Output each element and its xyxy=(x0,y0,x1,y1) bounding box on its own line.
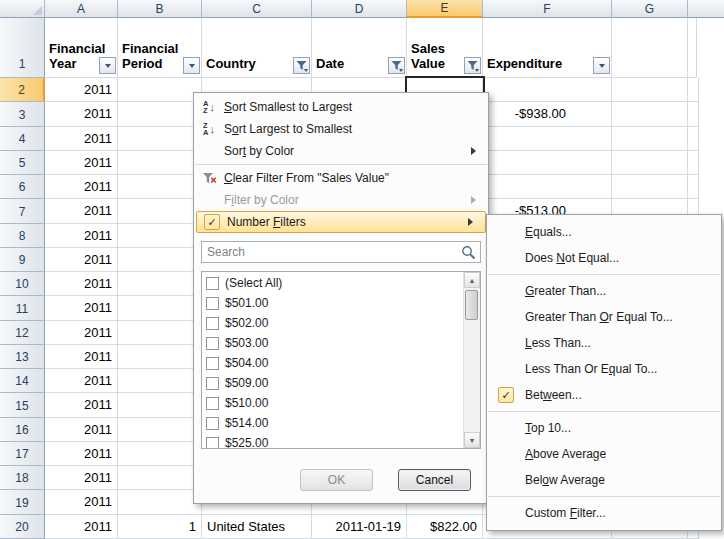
row-header[interactable]: 19 xyxy=(0,490,45,514)
filter-value-item[interactable]: $514.00 xyxy=(202,413,463,433)
row-header[interactable]: 3 xyxy=(0,102,45,126)
cell[interactable] xyxy=(118,199,202,223)
submenu-item-between[interactable]: ✓Between... xyxy=(487,382,721,408)
cell[interactable] xyxy=(118,248,202,272)
checkbox[interactable] xyxy=(206,317,219,330)
row-header-1[interactable]: 1 xyxy=(0,18,45,78)
row-header[interactable]: 14 xyxy=(0,369,45,393)
cell[interactable] xyxy=(118,127,202,151)
menu-item-sort-by-color[interactable]: Sort by Color xyxy=(194,140,488,162)
submenu-item-equals[interactable]: Equals... xyxy=(487,219,721,245)
row-header[interactable]: 9 xyxy=(0,248,45,272)
menu-item-sort-largest-to-smallest[interactable]: ZA↓ Sort Largest to Smallest xyxy=(194,118,488,140)
cell[interactable]: 2011 xyxy=(45,442,118,466)
submenu-item-above-average[interactable]: Above Average xyxy=(487,441,721,467)
cell[interactable] xyxy=(483,127,612,151)
cell[interactable] xyxy=(612,151,688,175)
cell[interactable]: 2011-01-19 xyxy=(312,515,407,539)
checkbox[interactable] xyxy=(206,377,219,390)
filter-button-financial-year[interactable] xyxy=(99,57,116,74)
row-header[interactable]: 4 xyxy=(0,127,45,151)
cell[interactable]: 2011 xyxy=(45,127,118,151)
header-g-empty[interactable] xyxy=(612,18,688,78)
cell[interactable] xyxy=(118,321,202,345)
row-header[interactable]: 13 xyxy=(0,345,45,369)
submenu-item-less-than[interactable]: Less Than... xyxy=(487,330,721,356)
checkbox[interactable] xyxy=(206,297,219,310)
ok-button[interactable]: OK xyxy=(300,469,373,491)
header-financial-period[interactable]: Financial Period xyxy=(118,18,202,78)
col-header-d[interactable]: D xyxy=(312,0,407,18)
submenu-item-below-average[interactable]: Below Average xyxy=(487,467,721,493)
filter-value-item[interactable]: $509.00 xyxy=(202,373,463,393)
row-header[interactable]: 8 xyxy=(0,224,45,248)
scrollbar[interactable]: ▲ ▼ xyxy=(463,272,480,448)
select-all-corner[interactable] xyxy=(0,0,45,18)
cell[interactable]: 2011 xyxy=(45,393,118,417)
checkbox[interactable] xyxy=(206,437,219,449)
cell[interactable]: 2011 xyxy=(45,78,118,102)
cell[interactable] xyxy=(118,418,202,442)
submenu-item-greater-than[interactable]: Greater Than... xyxy=(487,278,721,304)
filter-value-item[interactable]: $503.00 xyxy=(202,333,463,353)
filter-value-item[interactable]: $510.00 xyxy=(202,393,463,413)
submenu-item-custom-filter[interactable]: Custom Filter... xyxy=(487,500,721,526)
cell[interactable] xyxy=(118,78,202,102)
row-header[interactable]: 17 xyxy=(0,442,45,466)
row-header[interactable]: 15 xyxy=(0,393,45,417)
col-header-b[interactable]: B xyxy=(118,0,202,18)
cell[interactable] xyxy=(612,175,688,199)
cell-expenditure[interactable]: -$938.00 xyxy=(483,102,612,126)
cell[interactable] xyxy=(118,345,202,369)
cancel-button[interactable]: Cancel xyxy=(398,469,471,491)
filter-button-expenditure[interactable] xyxy=(593,57,610,74)
cell[interactable]: 2011 xyxy=(45,321,118,345)
cell[interactable] xyxy=(483,151,612,175)
filter-value-item[interactable]: $501.00 xyxy=(202,293,463,313)
cell[interactable] xyxy=(612,102,688,126)
checkbox[interactable] xyxy=(206,397,219,410)
cell[interactable] xyxy=(612,78,688,102)
cell[interactable] xyxy=(118,175,202,199)
row-header[interactable]: 18 xyxy=(0,466,45,490)
submenu-item-less-than-or-equal[interactable]: Less Than Or Equal To... xyxy=(487,356,721,382)
cell[interactable]: 1 xyxy=(118,515,202,539)
cell[interactable]: $822.00 xyxy=(407,515,483,539)
cell[interactable]: 2011 xyxy=(45,345,118,369)
row-header[interactable]: 12 xyxy=(0,321,45,345)
row-header[interactable]: 6 xyxy=(0,175,45,199)
cell[interactable]: 2011 xyxy=(45,466,118,490)
filter-button-country[interactable] xyxy=(293,57,310,74)
filter-value-item[interactable]: (Select All) xyxy=(202,273,463,293)
cell[interactable] xyxy=(118,102,202,126)
row-header[interactable]: 16 xyxy=(0,418,45,442)
cell[interactable] xyxy=(118,393,202,417)
scroll-down-button[interactable]: ▼ xyxy=(464,432,480,448)
menu-item-number-filters[interactable]: ✓ Number Filters xyxy=(196,211,486,233)
cell[interactable]: United States xyxy=(202,515,312,539)
cell[interactable]: 2011 xyxy=(45,175,118,199)
filter-button-financial-period[interactable] xyxy=(183,57,200,74)
menu-item-sort-smallest-to-largest[interactable]: AZ↓ Sort Smallest to Largest xyxy=(194,96,488,118)
scroll-up-button[interactable]: ▲ xyxy=(464,272,480,288)
scrollbar-track[interactable] xyxy=(464,288,480,432)
cell[interactable]: 2011 xyxy=(45,151,118,175)
col-header-e-selected[interactable]: E xyxy=(407,0,483,18)
cell[interactable]: 2011 xyxy=(45,272,118,296)
filter-value-item[interactable]: $504.00 xyxy=(202,353,463,373)
cell[interactable]: 2011 xyxy=(45,296,118,320)
cell[interactable]: 2011 xyxy=(45,224,118,248)
submenu-item-top-10[interactable]: Top 10... xyxy=(487,415,721,441)
row-header-2-selected[interactable]: 2 xyxy=(0,78,45,102)
row-header[interactable]: 10 xyxy=(0,272,45,296)
header-date[interactable]: Date xyxy=(312,18,407,78)
cell[interactable]: 2011 xyxy=(45,369,118,393)
cell[interactable] xyxy=(118,466,202,490)
cell[interactable]: 2011 xyxy=(45,490,118,514)
checkbox[interactable] xyxy=(206,417,219,430)
cell[interactable] xyxy=(612,127,688,151)
filter-button-sales-value[interactable] xyxy=(464,57,481,74)
cell[interactable] xyxy=(118,151,202,175)
cell[interactable] xyxy=(118,490,202,514)
cell[interactable]: 2011 xyxy=(45,102,118,126)
